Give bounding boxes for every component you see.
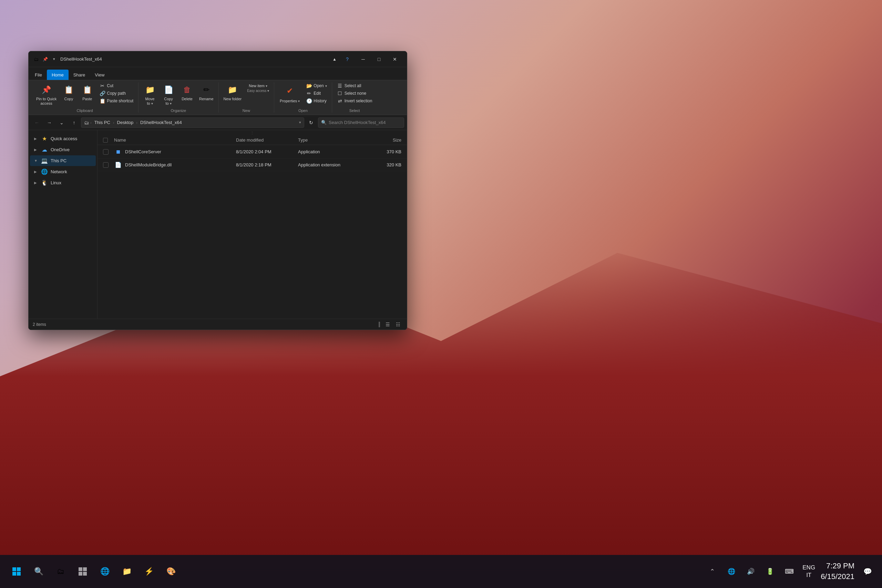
windows-menu-button[interactable] <box>73 562 92 581</box>
minimize-button[interactable]: ─ <box>355 53 371 65</box>
tab-share[interactable]: Share <box>69 70 90 80</box>
dropdown-icon[interactable]: ▾ <box>51 56 57 63</box>
explorer-window: 🗂 📌 ▾ DShellHookTest_x64 ▲ ? ─ □ ✕ File … <box>28 51 407 330</box>
dropdown-arrow-icon[interactable]: ▾ <box>299 120 301 125</box>
close-button[interactable]: ✕ <box>387 53 403 65</box>
select-none-label: Select none <box>345 91 366 96</box>
properties-button[interactable]: ✔ Properties ▾ <box>277 82 303 105</box>
col-date-header[interactable]: Date modified <box>236 138 298 142</box>
cut-button[interactable]: ✂ Cut <box>97 82 135 89</box>
open-button[interactable]: 📂 Open ▾ <box>304 82 328 89</box>
svg-rect-6 <box>78 572 82 576</box>
clipboard-label: Clipboard <box>34 107 135 112</box>
delete-button[interactable]: 🗑 Delete <box>178 82 196 103</box>
main-content: ▶ ★ Quick access ▶ ☁ OneDrive ▼ 💻 This P… <box>28 130 407 319</box>
paste-label: Paste <box>82 97 92 101</box>
recent-button[interactable]: ⌄ <box>56 117 67 128</box>
pin-quick-access-button[interactable]: 📌 Pin to Quickaccess <box>34 82 58 107</box>
task5-button[interactable]: ⚡ <box>139 562 159 581</box>
header-checkbox[interactable] <box>103 138 111 142</box>
keyboard-tray-icon[interactable]: ⌨ <box>782 564 797 579</box>
move-to-button[interactable]: 📁 Moveto ▾ <box>141 82 159 107</box>
select-none-button[interactable]: ☐ Select none <box>335 90 375 97</box>
file-name-cell-2: 📄 DShellModuleBridge.dll <box>114 162 236 168</box>
col-size-header[interactable]: Size <box>367 138 401 142</box>
paste-shortcut-label: Paste shortcut <box>107 99 134 104</box>
details-view-button[interactable]: ☷ <box>393 320 403 328</box>
file-row[interactable]: 📄 DShellModuleBridge.dll 8/1/2020 2:18 P… <box>98 159 407 171</box>
select-all-checkbox[interactable] <box>103 138 108 142</box>
breadcrumb-thispc[interactable]: This PC <box>93 119 112 126</box>
file-checkbox-2[interactable] <box>103 162 111 168</box>
open-icon: 📂 <box>306 83 312 88</box>
paste-button[interactable]: 📋 Paste <box>78 82 96 103</box>
tab-view[interactable]: View <box>90 70 109 80</box>
organize-group-content: 📁 Moveto ▾ 📄 Copyto ▾ 🗑 Delete ✏ Rename <box>141 82 216 107</box>
network-icon: 🌐 <box>41 168 48 175</box>
sidebar-item-this-pc[interactable]: ▼ 💻 This PC <box>30 155 96 166</box>
language-indicator[interactable]: ENG IT <box>802 564 815 579</box>
sidebar-item-network[interactable]: ▶ 🌐 Network <box>30 166 96 177</box>
search-taskbar-button[interactable]: 🔍 <box>29 562 48 581</box>
breadcrumb-bar[interactable]: 🗂 › This PC › Desktop › DShellHookTest_x… <box>81 117 304 128</box>
status-text: 2 items <box>33 322 379 327</box>
sidebar-item-linux[interactable]: ▶ 🐧 Linux <box>30 177 96 188</box>
network-tray-icon[interactable]: 🌐 <box>724 564 739 579</box>
list-view-button[interactable]: ☰ <box>383 320 392 328</box>
invert-selection-button[interactable]: ⇄ Invert selection <box>335 98 375 104</box>
copy-to-button[interactable]: 📄 Copyto ▾ <box>160 82 177 107</box>
new-folder-icon: 📁 <box>226 84 239 96</box>
checkbox-2[interactable] <box>103 162 108 168</box>
volume-tray-icon[interactable]: 🔊 <box>743 564 758 579</box>
col-type-header[interactable]: Type <box>298 138 367 142</box>
properties-icon: ✔ <box>282 84 297 98</box>
tab-home[interactable]: Home <box>47 70 69 80</box>
ribbon-collapse-button[interactable]: ▲ <box>330 54 339 64</box>
files-taskbar-button[interactable]: 📁 <box>117 562 136 581</box>
rename-button[interactable]: ✏ Rename <box>197 82 216 103</box>
file-row[interactable]: ■ DShellCoreServer 8/1/2020 2:04 PM Appl… <box>98 145 407 159</box>
cut-label: Cut <box>107 83 113 88</box>
file-explorer-taskbar-button[interactable]: 🗂 <box>51 562 70 581</box>
ribbon: 📌 Pin to Quickaccess 📋 Copy 📋 Paste ✂ <box>28 80 407 115</box>
maximize-button[interactable]: □ <box>371 53 387 65</box>
copy-path-button[interactable]: 🔗 Copy path <box>97 90 135 97</box>
file-type-2: Application extension <box>298 162 367 167</box>
open-arrow: ▾ <box>325 84 327 88</box>
history-button[interactable]: 🕐 History <box>304 98 328 104</box>
file-checkbox-1[interactable] <box>103 149 111 154</box>
back-button[interactable]: ← <box>32 117 42 128</box>
edit-button[interactable]: ✏ Edit <box>304 90 328 97</box>
notification-center-button[interactable]: 💬 <box>860 564 875 579</box>
taskbar: 🔍 🗂 🌐 📁 ⚡ 🎨 ⌃ <box>0 555 882 588</box>
up-button[interactable]: ↑ <box>69 117 80 128</box>
tab-file[interactable]: File <box>30 70 47 80</box>
pin-label: Pin to Quickaccess <box>36 97 57 106</box>
up-arrow-tray[interactable]: ⌃ <box>705 564 720 579</box>
clock[interactable]: 7:29 PM 6/15/2021 <box>820 561 854 582</box>
search-bar[interactable]: 🔍 Search DShellHookTest_x64 <box>318 117 404 128</box>
new-folder-button[interactable]: 📁 New folder <box>222 82 244 103</box>
task6-button[interactable]: 🎨 <box>161 562 180 581</box>
svg-rect-4 <box>78 567 82 571</box>
start-button[interactable] <box>7 562 26 581</box>
help-button[interactable]: ? <box>339 53 355 65</box>
breadcrumb-arrow-3: › <box>136 120 138 125</box>
new-item-button[interactable]: New item ▾ Easy access ▾ <box>245 82 271 94</box>
refresh-button[interactable]: ↻ <box>306 117 316 128</box>
edge-taskbar-button[interactable]: 🌐 <box>95 562 114 581</box>
col-name-header[interactable]: Name <box>114 138 236 142</box>
resize-handle: ⋮ <box>98 130 407 135</box>
battery-tray-icon[interactable]: 🔋 <box>762 564 778 579</box>
breadcrumb-current[interactable]: DShellHookTest_x64 <box>139 119 183 126</box>
copy-button[interactable]: 📋 Copy <box>60 82 77 103</box>
forward-button[interactable]: → <box>44 117 55 128</box>
paste-shortcut-button[interactable]: 📋 Paste shortcut <box>97 98 135 104</box>
select-col: ☰ Select all ☐ Select none ⇄ Invert sele… <box>335 82 375 104</box>
sidebar-item-quick-access[interactable]: ▶ ★ Quick access <box>30 133 96 144</box>
checkbox-1[interactable] <box>103 149 108 154</box>
select-all-button[interactable]: ☰ Select all <box>335 82 375 89</box>
pin-icon: 📌 <box>40 84 53 96</box>
breadcrumb-desktop[interactable]: Desktop <box>116 119 135 126</box>
sidebar-item-onedrive[interactable]: ▶ ☁ OneDrive <box>30 144 96 155</box>
